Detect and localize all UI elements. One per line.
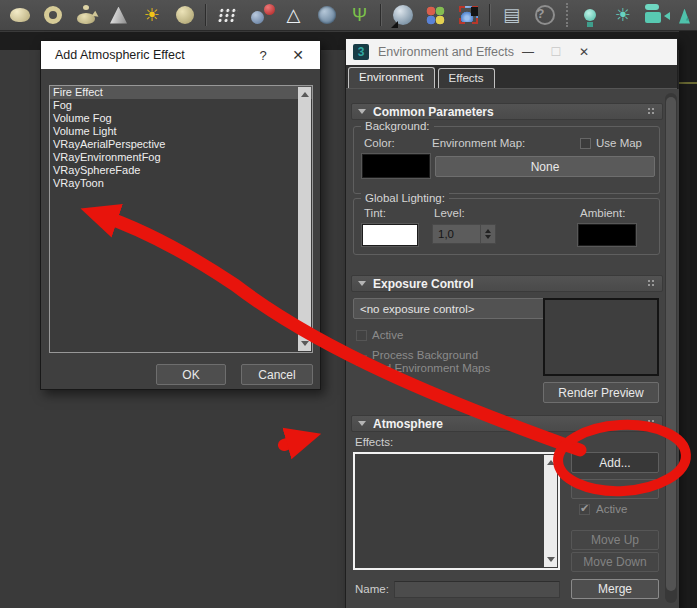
particles-icon xyxy=(217,8,238,22)
environment-effects-window: 3 Environment and Effects — ☐ ✕ Environm… xyxy=(345,38,678,608)
effects-label: Effects: xyxy=(355,436,393,448)
teapot-icon[interactable] xyxy=(73,3,98,28)
exposure-active-label: Active xyxy=(372,329,403,341)
atmospheric-effect-list[interactable]: Fire EffectFogVolume FogVolume LightVRay… xyxy=(49,85,313,353)
3dsmax-logo-icon: 3 xyxy=(353,44,369,60)
toolbar-separator xyxy=(566,3,568,27)
color-balls-icon[interactable] xyxy=(423,3,448,28)
blob-icon[interactable] xyxy=(7,3,32,28)
clipboard-icon[interactable]: ▤ xyxy=(499,3,524,28)
move-up-button[interactable]: Move Up xyxy=(571,530,659,550)
tint-color-swatch[interactable] xyxy=(362,224,418,246)
ok-button[interactable]: OK xyxy=(156,364,226,385)
toolbar-separator xyxy=(489,4,491,26)
effect-item[interactable]: Fog xyxy=(50,99,312,112)
dialog-title: Add Atmospheric Effect xyxy=(55,48,185,62)
molecule-icon[interactable] xyxy=(248,3,273,28)
ambient-color-swatch[interactable] xyxy=(578,224,636,246)
scrollbar-thumb[interactable] xyxy=(666,97,676,591)
cone-icon[interactable] xyxy=(106,3,131,28)
collapse-arrow-icon xyxy=(358,421,366,426)
annotation-small-arrow xyxy=(284,439,303,445)
rollout-atmosphere[interactable]: Atmosphere xyxy=(351,415,663,432)
move-down-button[interactable]: Move Down xyxy=(571,552,659,572)
sphere-icon[interactable] xyxy=(172,3,197,28)
pyramid-icon[interactable]: △ xyxy=(281,3,306,28)
tab-bar: Environment Effects xyxy=(346,65,677,89)
environment-map-label: Environment Map: xyxy=(432,137,525,149)
exposure-preview-box xyxy=(543,298,659,376)
rollout-title: Atmosphere xyxy=(373,417,443,431)
tab-environment[interactable]: Environment xyxy=(348,67,435,88)
scroll-up-icon[interactable] xyxy=(547,460,555,465)
effect-item[interactable]: VRaySphereFade xyxy=(50,164,312,177)
scroll-up-icon[interactable] xyxy=(301,92,309,97)
color-label: Color: xyxy=(364,137,395,149)
scroll-down-icon[interactable] xyxy=(301,341,309,346)
effect-item[interactable]: Volume Light xyxy=(50,125,312,138)
spinner-arrows-icon[interactable] xyxy=(480,225,495,243)
delete-button[interactable] xyxy=(571,479,659,499)
collapse-arrow-icon xyxy=(358,281,366,286)
sun-light-icon: ☀ xyxy=(614,6,630,24)
level-spinner[interactable]: 1,0 xyxy=(432,224,496,244)
scroll-down-icon[interactable] xyxy=(547,557,555,562)
add-button[interactable]: Add... xyxy=(571,452,659,473)
maximize-button[interactable]: ☐ xyxy=(542,45,570,59)
camera-icon[interactable] xyxy=(643,3,668,28)
viewport-edge-line xyxy=(679,82,697,84)
use-map-checkbox[interactable] xyxy=(580,138,591,149)
tint-label: Tint: xyxy=(364,207,386,219)
noise-sphere-icon[interactable] xyxy=(314,3,339,28)
tab-effects[interactable]: Effects xyxy=(438,68,495,88)
atmosphere-effects-list[interactable] xyxy=(353,452,560,570)
name-label: Name: xyxy=(355,583,389,595)
teapot-icon xyxy=(77,13,95,24)
effect-item[interactable]: Fire Effect xyxy=(50,86,312,99)
rollout-common-parameters[interactable]: Common Parameters xyxy=(351,103,663,120)
bulb-icon xyxy=(584,9,596,21)
effect-item[interactable]: VRayAerialPerspective xyxy=(50,138,312,151)
panel-scrollbar[interactable] xyxy=(665,93,677,603)
window-title: Environment and Effects xyxy=(378,45,514,59)
effect-item[interactable]: Volume Fog xyxy=(50,112,312,125)
sun-light-icon[interactable]: ☀ xyxy=(610,3,635,28)
bulb-icon[interactable] xyxy=(577,3,602,28)
trees-icon xyxy=(679,9,690,24)
effect-item[interactable]: VRayEnvironmentFog xyxy=(50,151,312,164)
cancel-button[interactable]: Cancel xyxy=(241,364,313,385)
help-button[interactable]: ? xyxy=(248,48,278,63)
minimize-button[interactable]: — xyxy=(514,45,542,59)
background-color-swatch[interactable] xyxy=(362,154,430,178)
torus-icon[interactable] xyxy=(40,3,65,28)
name-input[interactable] xyxy=(394,581,560,598)
grip-dots-icon xyxy=(647,107,656,116)
process-background-label: Process Background xyxy=(372,349,478,361)
environment-map-none-button[interactable]: None xyxy=(435,156,655,177)
particles-icon[interactable] xyxy=(215,3,240,28)
sun-icon[interactable]: ☀ xyxy=(139,3,164,28)
add-atmospheric-effect-dialog: Add Atmospheric Effect ? ✕ Fire EffectFo… xyxy=(40,40,321,390)
render-region-icon[interactable] xyxy=(456,3,481,28)
clipboard-icon: ▤ xyxy=(503,6,520,24)
trees-icon[interactable] xyxy=(676,3,697,28)
rollout-exposure-control[interactable]: Exposure Control xyxy=(351,275,663,292)
render-region-icon xyxy=(459,6,478,24)
use-map-label: Use Map xyxy=(596,137,642,149)
atmosphere-active-checkbox[interactable] xyxy=(579,504,590,515)
merge-button[interactable]: Merge xyxy=(571,579,659,599)
close-button[interactable]: ✕ xyxy=(570,45,598,59)
render-preview-button[interactable]: Render Preview xyxy=(543,382,659,403)
dialog-list-scrollbar[interactable] xyxy=(298,87,311,351)
dialog-close-button[interactable]: ✕ xyxy=(278,47,318,63)
material-sphere-icon[interactable] xyxy=(390,3,415,28)
window-titlebar: 3 Environment and Effects — ☐ ✕ xyxy=(346,39,677,65)
process-background-checkbox[interactable] xyxy=(356,355,367,366)
viewport-right-margin xyxy=(679,31,697,608)
help-icon[interactable]: ? xyxy=(532,3,557,28)
effects-list-scrollbar[interactable] xyxy=(544,455,557,567)
effect-item[interactable]: VRayToon xyxy=(50,177,312,190)
grass-icon[interactable]: Ψ xyxy=(347,3,372,28)
rollout-title: Common Parameters xyxy=(373,105,494,119)
exposure-active-checkbox[interactable] xyxy=(356,330,367,341)
